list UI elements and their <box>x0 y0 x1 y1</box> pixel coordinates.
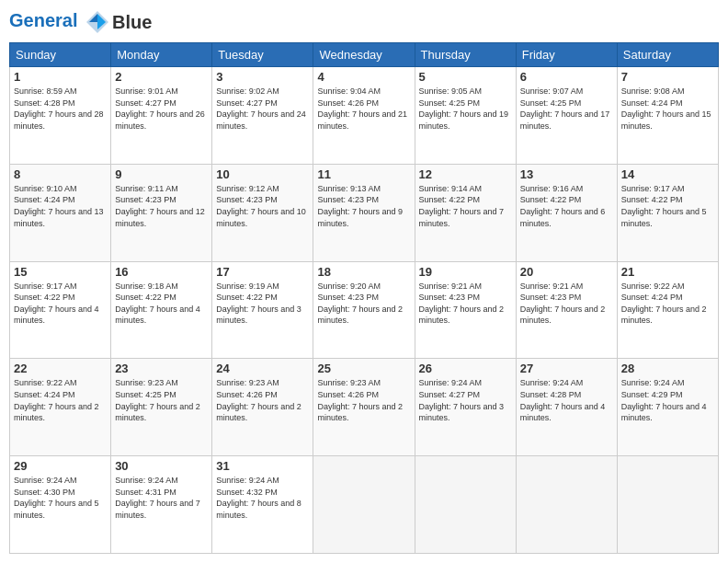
day-number: 26 <box>419 362 512 375</box>
calendar-table: SundayMondayTuesdayWednesdayThursdayFrid… <box>9 42 719 554</box>
day-cell <box>415 456 516 554</box>
day-cell: 8 Sunrise: 9:10 AMSunset: 4:24 PMDayligh… <box>10 164 111 261</box>
day-info: Sunrise: 9:02 AMSunset: 4:27 PMDaylight:… <box>216 86 309 132</box>
day-number: 15 <box>14 265 107 279</box>
day-cell: 9 Sunrise: 9:11 AMSunset: 4:23 PMDayligh… <box>111 164 212 261</box>
header: General Blue <box>9 9 719 35</box>
weekday-header-row: SundayMondayTuesdayWednesdayThursdayFrid… <box>10 43 719 67</box>
day-cell: 13 Sunrise: 9:16 AMSunset: 4:22 PMDaylig… <box>516 164 617 261</box>
day-number: 10 <box>216 167 309 181</box>
day-info: Sunrise: 9:24 AMSunset: 4:29 PMDaylight:… <box>621 377 714 423</box>
week-row-4: 22 Sunrise: 9:22 AMSunset: 4:24 PMDaylig… <box>10 359 719 456</box>
day-number: 29 <box>14 459 107 473</box>
day-cell: 14 Sunrise: 9:17 AMSunset: 4:22 PMDaylig… <box>617 164 718 261</box>
day-number: 16 <box>115 265 208 279</box>
day-info: Sunrise: 9:24 AMSunset: 4:30 PMDaylight:… <box>14 475 107 521</box>
day-info: Sunrise: 9:17 AMSunset: 4:22 PMDaylight:… <box>14 281 107 327</box>
day-cell: 15 Sunrise: 9:17 AMSunset: 4:22 PMDaylig… <box>10 261 111 359</box>
day-number: 21 <box>621 265 714 279</box>
day-info: Sunrise: 9:23 AMSunset: 4:26 PMDaylight:… <box>216 377 309 423</box>
logo-blue: Blue <box>112 13 152 32</box>
day-info: Sunrise: 9:21 AMSunset: 4:23 PMDaylight:… <box>419 281 512 327</box>
day-cell: 19 Sunrise: 9:21 AMSunset: 4:23 PMDaylig… <box>415 261 516 359</box>
day-number: 30 <box>115 459 208 473</box>
day-info: Sunrise: 9:20 AMSunset: 4:23 PMDaylight:… <box>317 281 410 327</box>
day-info: Sunrise: 9:05 AMSunset: 4:25 PMDaylight:… <box>419 86 512 132</box>
day-number: 12 <box>419 167 512 181</box>
day-info: Sunrise: 9:23 AMSunset: 4:26 PMDaylight:… <box>317 377 410 423</box>
weekday-friday: Friday <box>516 43 617 67</box>
day-info: Sunrise: 9:24 AMSunset: 4:31 PMDaylight:… <box>115 475 208 521</box>
day-number: 25 <box>317 362 410 375</box>
day-number: 28 <box>621 362 714 375</box>
weekday-monday: Monday <box>111 43 212 67</box>
day-info: Sunrise: 9:07 AMSunset: 4:25 PMDaylight:… <box>520 86 613 132</box>
day-number: 17 <box>216 265 309 279</box>
weekday-tuesday: Tuesday <box>212 43 313 67</box>
day-cell: 11 Sunrise: 9:13 AMSunset: 4:23 PMDaylig… <box>313 164 415 261</box>
day-info: Sunrise: 9:11 AMSunset: 4:23 PMDaylight:… <box>115 183 208 229</box>
day-cell: 4 Sunrise: 9:04 AMSunset: 4:26 PMDayligh… <box>313 67 415 165</box>
logo-icon <box>85 9 110 35</box>
day-cell: 16 Sunrise: 9:18 AMSunset: 4:22 PMDaylig… <box>111 261 212 359</box>
day-number: 14 <box>621 167 714 181</box>
day-cell: 28 Sunrise: 9:24 AMSunset: 4:29 PMDaylig… <box>617 359 718 456</box>
logo-text: General <box>9 9 110 35</box>
day-number: 11 <box>317 167 410 181</box>
day-cell: 17 Sunrise: 9:19 AMSunset: 4:22 PMDaylig… <box>212 261 313 359</box>
day-cell <box>516 456 617 554</box>
day-info: Sunrise: 9:24 AMSunset: 4:27 PMDaylight:… <box>419 377 512 423</box>
day-cell: 29 Sunrise: 9:24 AMSunset: 4:30 PMDaylig… <box>10 456 111 554</box>
day-info: Sunrise: 8:59 AMSunset: 4:28 PMDaylight:… <box>14 86 107 132</box>
day-number: 20 <box>520 265 613 279</box>
day-cell: 20 Sunrise: 9:21 AMSunset: 4:23 PMDaylig… <box>516 261 617 359</box>
day-info: Sunrise: 9:17 AMSunset: 4:22 PMDaylight:… <box>621 183 714 229</box>
day-cell: 30 Sunrise: 9:24 AMSunset: 4:31 PMDaylig… <box>111 456 212 554</box>
day-cell: 21 Sunrise: 9:22 AMSunset: 4:24 PMDaylig… <box>617 261 718 359</box>
day-info: Sunrise: 9:18 AMSunset: 4:22 PMDaylight:… <box>115 281 208 327</box>
day-info: Sunrise: 9:04 AMSunset: 4:26 PMDaylight:… <box>317 86 410 132</box>
day-cell: 5 Sunrise: 9:05 AMSunset: 4:25 PMDayligh… <box>415 67 516 165</box>
day-cell: 1 Sunrise: 8:59 AMSunset: 4:28 PMDayligh… <box>10 67 111 165</box>
day-info: Sunrise: 9:08 AMSunset: 4:24 PMDaylight:… <box>621 86 714 132</box>
day-cell: 23 Sunrise: 9:23 AMSunset: 4:25 PMDaylig… <box>111 359 212 456</box>
day-info: Sunrise: 9:24 AMSunset: 4:28 PMDaylight:… <box>520 377 613 423</box>
day-number: 3 <box>216 70 309 84</box>
day-number: 8 <box>14 167 107 181</box>
day-cell: 31 Sunrise: 9:24 AMSunset: 4:32 PMDaylig… <box>212 456 313 554</box>
weekday-wednesday: Wednesday <box>313 43 415 67</box>
logo: General Blue <box>9 9 152 35</box>
week-row-3: 15 Sunrise: 9:17 AMSunset: 4:22 PMDaylig… <box>10 261 719 359</box>
day-info: Sunrise: 9:19 AMSunset: 4:22 PMDaylight:… <box>216 281 309 327</box>
day-number: 24 <box>216 362 309 375</box>
day-cell: 12 Sunrise: 9:14 AMSunset: 4:22 PMDaylig… <box>415 164 516 261</box>
week-row-5: 29 Sunrise: 9:24 AMSunset: 4:30 PMDaylig… <box>10 456 719 554</box>
day-info: Sunrise: 9:22 AMSunset: 4:24 PMDaylight:… <box>14 377 107 423</box>
day-number: 6 <box>520 70 613 84</box>
day-info: Sunrise: 9:01 AMSunset: 4:27 PMDaylight:… <box>115 86 208 132</box>
day-cell: 27 Sunrise: 9:24 AMSunset: 4:28 PMDaylig… <box>516 359 617 456</box>
day-info: Sunrise: 9:13 AMSunset: 4:23 PMDaylight:… <box>317 183 410 229</box>
day-info: Sunrise: 9:10 AMSunset: 4:24 PMDaylight:… <box>14 183 107 229</box>
day-number: 18 <box>317 265 410 279</box>
day-number: 5 <box>419 70 512 84</box>
day-cell: 2 Sunrise: 9:01 AMSunset: 4:27 PMDayligh… <box>111 67 212 165</box>
day-cell: 7 Sunrise: 9:08 AMSunset: 4:24 PMDayligh… <box>617 67 718 165</box>
day-cell <box>313 456 415 554</box>
day-info: Sunrise: 9:23 AMSunset: 4:25 PMDaylight:… <box>115 377 208 423</box>
day-info: Sunrise: 9:21 AMSunset: 4:23 PMDaylight:… <box>520 281 613 327</box>
day-number: 23 <box>115 362 208 375</box>
day-info: Sunrise: 9:12 AMSunset: 4:23 PMDaylight:… <box>216 183 309 229</box>
day-number: 13 <box>520 167 613 181</box>
weekday-saturday: Saturday <box>617 43 718 67</box>
day-info: Sunrise: 9:16 AMSunset: 4:22 PMDaylight:… <box>520 183 613 229</box>
day-info: Sunrise: 9:14 AMSunset: 4:22 PMDaylight:… <box>419 183 512 229</box>
day-info: Sunrise: 9:24 AMSunset: 4:32 PMDaylight:… <box>216 475 309 521</box>
day-number: 22 <box>14 362 107 375</box>
day-info: Sunrise: 9:22 AMSunset: 4:24 PMDaylight:… <box>621 281 714 327</box>
day-number: 7 <box>621 70 714 84</box>
day-number: 4 <box>317 70 410 84</box>
day-number: 27 <box>520 362 613 375</box>
day-number: 1 <box>14 70 107 84</box>
day-cell: 22 Sunrise: 9:22 AMSunset: 4:24 PMDaylig… <box>10 359 111 456</box>
